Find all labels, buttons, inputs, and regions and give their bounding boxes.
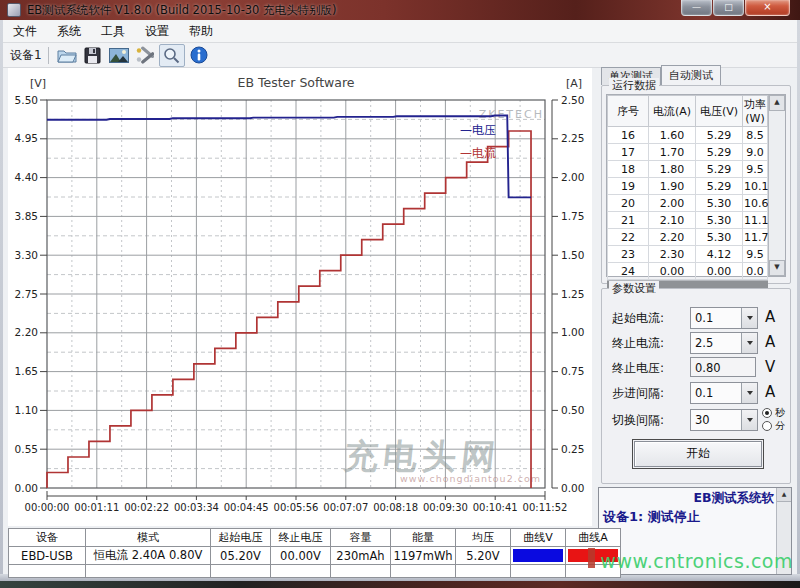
radio-seconds-label: 秒 <box>775 406 785 420</box>
run-data-row[interactable]: 240.000.000.0 <box>608 263 768 280</box>
about-button[interactable] <box>187 45 211 66</box>
picture-icon <box>109 48 129 63</box>
svg-text:3.30: 3.30 <box>15 249 38 261</box>
menu-help[interactable]: 帮助 <box>179 21 223 42</box>
svg-text:1.10: 1.10 <box>15 404 38 416</box>
scroll-down-icon[interactable]: ▼ <box>769 260 785 276</box>
menu-system[interactable]: 系统 <box>47 21 91 42</box>
svg-text:3.85: 3.85 <box>15 210 38 222</box>
run-data-row[interactable]: 191.905.2910.1 <box>608 178 768 195</box>
status-col-header: 容量 <box>331 529 391 547</box>
run-data-cell: 18 <box>608 161 649 178</box>
tools-button[interactable] <box>133 45 157 66</box>
start-button[interactable]: 开始 <box>634 441 762 467</box>
svg-text:00:08:18: 00:08:18 <box>373 502 418 513</box>
run-data-cell: 16 <box>608 127 649 144</box>
status-cell: 05.20V <box>211 547 271 565</box>
run-data-cell: 21 <box>608 212 649 229</box>
folder-icon <box>57 47 77 63</box>
status-empty-cell <box>456 565 511 578</box>
tab-auto-test[interactable]: 自动测试 <box>661 65 721 85</box>
svg-text:4.40: 4.40 <box>15 171 38 183</box>
end-current-unit: A <box>765 333 775 351</box>
toolbar-separator <box>48 47 49 64</box>
params-group-title: 参数设置 <box>609 281 659 296</box>
run-data-row[interactable]: 181.805.299.5 <box>608 161 768 178</box>
run-data-cell: 5.30 <box>696 229 743 246</box>
chevron-down-icon[interactable] <box>741 308 757 328</box>
svg-text:00:10:41: 00:10:41 <box>473 502 518 513</box>
run-data-cell: 9.5 <box>743 161 768 178</box>
minimize-button[interactable]: — <box>681 0 712 16</box>
run-data-row[interactable]: 161.605.298.5 <box>608 127 768 144</box>
status-col-header: 起始电压 <box>211 529 271 547</box>
end-voltage-input[interactable]: 0.80 <box>690 357 756 377</box>
svg-text:2.25: 2.25 <box>561 132 584 144</box>
run-data-header-row: 序号 电流(A) 电压(V) 功率(W) <box>608 96 768 127</box>
run-data-cell: 24 <box>608 263 649 280</box>
radio-dot[interactable] <box>762 408 772 418</box>
menu-tools[interactable]: 工具 <box>91 21 135 42</box>
chevron-down-icon[interactable] <box>741 383 757 403</box>
svg-text:www.chongdiantou2.com: www.chongdiantou2.com <box>400 473 541 484</box>
run-data-row[interactable]: 212.105.3011.1 <box>608 212 768 229</box>
run-data-scrollbar[interactable]: ▲ ▼ <box>768 95 785 276</box>
save-icon <box>84 47 101 64</box>
run-data-cell: 11.1 <box>743 212 768 229</box>
radio-minutes[interactable]: 分 <box>762 419 785 432</box>
run-data-row[interactable]: 232.304.129.5 <box>608 246 768 263</box>
scroll-up-icon[interactable]: ▲ <box>769 95 785 111</box>
status-cell: 00.00V <box>271 547 331 565</box>
start-button-frame: 开始 <box>632 439 764 469</box>
run-data-row[interactable]: 171.705.299.0 <box>608 144 768 161</box>
status-col-header: 曲线A <box>566 529 621 547</box>
export-image-button[interactable] <box>107 45 131 66</box>
svg-text:00:11:52: 00:11:52 <box>523 502 568 513</box>
open-file-button[interactable] <box>55 45 79 66</box>
run-data-row[interactable]: 222.205.3011.7 <box>608 229 768 246</box>
step-interval-combo[interactable]: 0.1 <box>690 382 758 404</box>
radio-dot[interactable] <box>762 421 772 431</box>
step-interval-value: 0.1 <box>691 383 741 403</box>
close-button[interactable]: × <box>745 0 790 16</box>
run-data-cell: 22 <box>608 229 649 246</box>
status-col-header: 能量 <box>391 529 456 547</box>
run-data-body: 161.605.298.5171.705.299.0181.805.299.51… <box>608 127 768 280</box>
switch-interval-value: 30 <box>691 410 741 430</box>
start-current-combo[interactable]: 0.1 <box>690 307 758 329</box>
run-data-cell: 20 <box>608 195 649 212</box>
save-button[interactable] <box>81 45 105 66</box>
run-data-cell: 5.29 <box>696 161 743 178</box>
device-status-table: 设备模式起始电压终止电压容量能量均压曲线V曲线A EBD-USB恒电流 2.40… <box>8 528 593 578</box>
start-current-label: 起始电流: <box>612 310 664 327</box>
chevron-down-icon[interactable] <box>741 410 757 430</box>
chevron-down-icon[interactable] <box>741 333 757 353</box>
run-data-cell: 8.5 <box>743 127 768 144</box>
zoom-button[interactable] <box>159 44 185 67</box>
svg-text:1.75: 1.75 <box>561 210 584 222</box>
radio-seconds[interactable]: 秒 <box>762 406 785 419</box>
run-data-row[interactable]: 202.005.3010.6 <box>608 195 768 212</box>
scroll-up-icon[interactable]: ▲ <box>777 488 791 502</box>
maximize-button[interactable]: □ <box>713 0 744 16</box>
end-current-combo[interactable]: 2.5 <box>690 332 758 354</box>
run-data-group-title: 运行数据 <box>609 78 659 93</box>
svg-text:00:00:00: 00:00:00 <box>25 502 70 513</box>
window-title: EB测试系统软件 V1.8.0 (Build 2015-10-30 充电头特别版… <box>27 3 337 18</box>
status-cell <box>511 547 566 565</box>
svg-text:00:07:07: 00:07:07 <box>323 502 368 513</box>
run-data-cell: 0.00 <box>649 263 696 280</box>
run-data-cell: 0.0 <box>743 263 768 280</box>
switch-interval-combo[interactable]: 30 <box>690 409 758 431</box>
menu-file[interactable]: 文件 <box>3 21 47 42</box>
run-data-cell: 10.6 <box>743 195 768 212</box>
menu-settings[interactable]: 设置 <box>135 21 179 42</box>
svg-text:1.50: 1.50 <box>561 249 584 261</box>
title-bar: EB测试系统软件 V1.8.0 (Build 2015-10-30 充电头特别版… <box>0 0 800 20</box>
svg-text:00:03:34: 00:03:34 <box>174 502 219 513</box>
svg-text:0.55: 0.55 <box>15 443 38 455</box>
status-col-header: 均压 <box>456 529 511 547</box>
svg-text:2.00: 2.00 <box>561 171 584 183</box>
start-current-value: 0.1 <box>691 308 741 328</box>
magnifier-icon <box>163 47 180 64</box>
